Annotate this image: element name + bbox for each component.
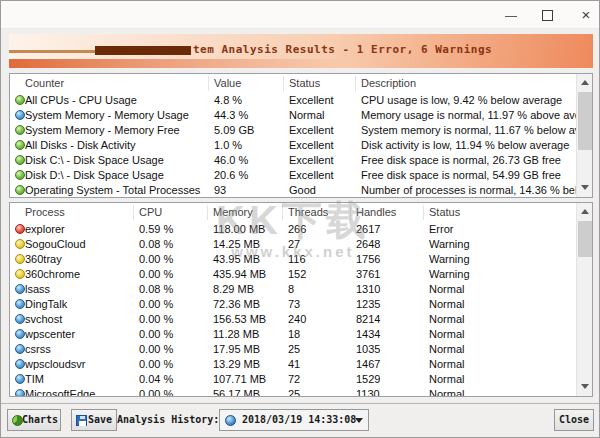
table-row[interactable]: wpscloudsvr0.00 %13.29 MB411467Normal <box>10 357 592 372</box>
cell-status: Normal <box>429 342 464 357</box>
blue-status-icon <box>15 359 25 369</box>
yellow-status-icon <box>15 239 25 249</box>
column-header-threads[interactable]: Threads <box>288 203 328 222</box>
scroll-down-icon[interactable] <box>577 379 593 395</box>
column-header-value[interactable]: Value <box>214 74 241 93</box>
header-separator <box>283 76 284 91</box>
column-header-status[interactable]: Status <box>429 203 460 222</box>
table-row[interactable]: csrss0.00 %17.95 MB251035Normal <box>10 342 592 357</box>
table-row[interactable]: lsass0.08 %8.29 MB81310Normal <box>10 282 592 297</box>
green-status-icon <box>15 155 25 165</box>
cell-cpu: 0.04 % <box>139 372 173 387</box>
cell-cpu: 0.08 % <box>139 237 173 252</box>
table-row[interactable]: DingTalk0.00 %72.36 MB731235Normal <box>10 297 592 312</box>
blue-status-icon <box>15 329 25 339</box>
footer-separator <box>1 403 600 404</box>
scroll-up-icon[interactable] <box>577 204 593 220</box>
table-row[interactable]: Disk D:\ - Disk Space Usage20.6 %Excelle… <box>10 168 592 183</box>
yellow-status-icon <box>15 269 25 279</box>
close-button[interactable]: Close <box>554 409 594 431</box>
processes-scrollbar[interactable] <box>576 203 592 396</box>
cell-value: 5.09 GB <box>214 123 254 138</box>
cell-status: Excellent <box>289 138 334 153</box>
table-row[interactable]: All CPUs - CPU Usage4.8 %ExcellentCPU us… <box>10 93 592 108</box>
cell-threads: 152 <box>288 267 306 282</box>
cell-description: Free disk space is normal, 54.99 GB free <box>361 168 561 183</box>
minimize-button[interactable] <box>498 7 524 24</box>
scroll-up-icon[interactable] <box>577 75 593 91</box>
table-row[interactable]: SogouCloud0.08 %14.25 MB272648Warning <box>10 237 592 252</box>
blue-status-icon <box>15 299 25 309</box>
counters-table-body: All CPUs - CPU Usage4.8 %ExcellentCPU us… <box>10 93 592 198</box>
scroll-down-icon[interactable] <box>577 180 593 196</box>
column-header-memory[interactable]: Memory <box>213 203 253 222</box>
maximize-button[interactable] <box>535 7 561 24</box>
chevron-down-icon <box>355 418 363 423</box>
cell-cpu: 0.00 % <box>139 342 173 357</box>
clock-icon <box>225 415 236 426</box>
charts-button-label: Charts <box>22 414 58 425</box>
column-header-status[interactable]: Status <box>289 74 320 93</box>
table-row[interactable]: 360chrome0.00 %435.94 MB1523761Warning <box>10 267 592 282</box>
cell-cpu: 0.00 % <box>139 387 173 397</box>
cell-process: TIM <box>25 372 44 387</box>
green-status-icon <box>15 125 25 135</box>
cell-value: 4.8 % <box>214 93 242 108</box>
table-row[interactable]: 360tray0.00 %43.95 MB1161756Warning <box>10 252 592 267</box>
cell-handles: 1756 <box>356 252 380 267</box>
cell-memory: 56.17 MB <box>213 387 260 397</box>
cell-counter: Disk D:\ - Disk Space Usage <box>25 168 164 183</box>
table-row[interactable]: TIM0.04 %107.71 MB721529Normal <box>10 372 592 387</box>
header-separator <box>423 205 424 220</box>
close-button-label: Close <box>559 414 589 425</box>
table-row[interactable]: wpscenter0.00 %11.28 MB181434Normal <box>10 327 592 342</box>
cell-value: 20.6 % <box>214 168 248 183</box>
scrollbar-thumb[interactable] <box>578 221 592 257</box>
analysis-history-label: Analysis History: <box>117 409 219 431</box>
cell-memory: 14.25 MB <box>213 237 260 252</box>
blue-status-icon <box>15 389 25 397</box>
cell-memory: 107.71 MB <box>213 372 266 387</box>
charts-button[interactable]: Charts <box>7 409 61 431</box>
table-row[interactable]: explorer0.59 %118.00 MB2662617Error <box>10 222 592 237</box>
cell-threads: 41 <box>288 357 300 372</box>
cell-process: wpscenter <box>25 327 75 342</box>
cell-counter: Disk C:\ - Disk Space Usage <box>25 153 164 168</box>
cell-handles: 8214 <box>356 312 380 327</box>
cell-process: SogouCloud <box>25 237 86 252</box>
counters-table-header: CounterValueStatusDescription <box>10 74 592 93</box>
column-header-handles[interactable]: Handles <box>356 203 396 222</box>
green-status-icon <box>15 140 25 150</box>
cell-counter: All Disks - Disk Activity <box>25 138 136 153</box>
cell-handles: 2648 <box>356 237 380 252</box>
table-row[interactable]: Operating System - Total Processes93Good… <box>10 183 592 198</box>
table-row[interactable]: svchost0.00 %156.53 MB2408214Normal <box>10 312 592 327</box>
counters-table: CounterValueStatusDescription All CPUs -… <box>9 73 593 198</box>
cell-threads: 25 <box>288 342 300 357</box>
table-row[interactable]: MicrosoftEdge0.00 %56.17 MB251130Normal <box>10 387 592 397</box>
cell-threads: 8 <box>288 282 294 297</box>
column-header-description[interactable]: Description <box>361 74 416 93</box>
cell-description: Memory usage is normal, 11.97 % above av… <box>361 108 593 123</box>
column-header-cpu[interactable]: CPU <box>139 203 162 222</box>
cell-status: Normal <box>429 387 464 397</box>
column-header-process[interactable]: Process <box>25 203 65 222</box>
column-header-counter[interactable]: Counter <box>25 74 64 93</box>
counters-scrollbar[interactable] <box>576 74 592 197</box>
table-row[interactable]: Disk C:\ - Disk Space Usage46.0 %Excelle… <box>10 153 592 168</box>
cell-value: 44.3 % <box>214 108 248 123</box>
cell-description: Disk activity is low, 11.94 % below aver… <box>361 138 569 153</box>
table-row[interactable]: System Memory - Memory Free5.09 GBExcell… <box>10 123 592 138</box>
banner-bottom-strip <box>9 59 348 68</box>
table-row[interactable]: All Disks - Disk Activity1.0 %ExcellentD… <box>10 138 592 153</box>
cell-memory: 43.95 MB <box>213 252 260 267</box>
redaction-bar <box>95 46 191 55</box>
cell-memory: 72.36 MB <box>213 297 260 312</box>
save-button[interactable]: Save <box>71 409 117 431</box>
scrollbar-thumb[interactable] <box>578 92 592 150</box>
window-close-button[interactable]: × <box>573 7 599 24</box>
header-separator <box>350 205 351 220</box>
analysis-history-dropdown[interactable]: 2018/03/19 14:33:08 <box>219 409 369 431</box>
table-row[interactable]: System Memory - Memory Usage44.3 %Normal… <box>10 108 592 123</box>
cell-memory: 156.53 MB <box>213 312 266 327</box>
